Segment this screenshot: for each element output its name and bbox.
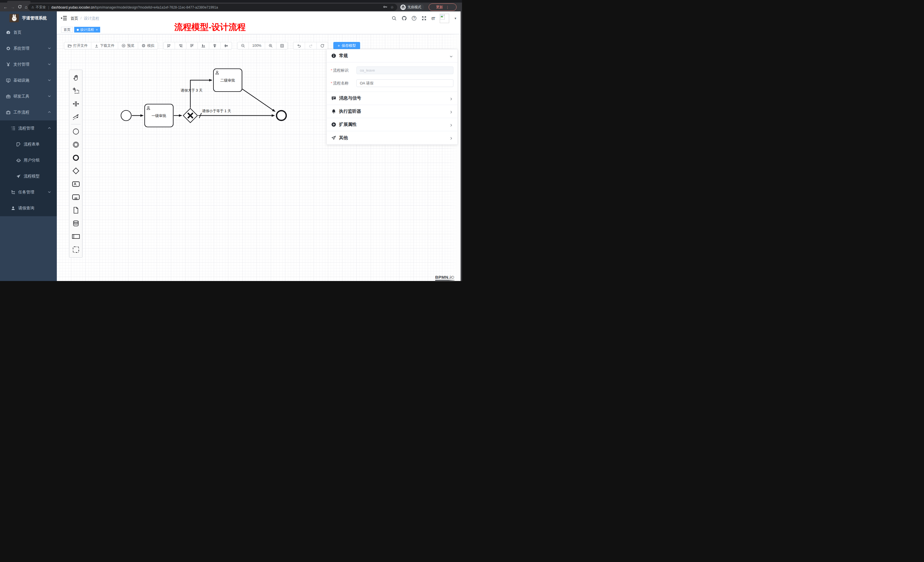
section-title: 常规 <box>339 53 348 59</box>
palette-create-start-event[interactable] <box>69 125 82 138</box>
flow-gateway-to-task2[interactable] <box>190 80 212 108</box>
align-right-button[interactable] <box>175 42 186 49</box>
tab-close-icon[interactable]: × <box>96 28 98 31</box>
logo[interactable]: 芋道管理系统 <box>0 11 57 24</box>
url-separator: | <box>48 5 49 9</box>
url-domain[interactable]: dashboard.yudao.iocoder.cn <box>51 5 94 9</box>
bookmark-star-icon[interactable]: ☆ <box>390 5 394 9</box>
sidebar-item-label: 研发工具 <box>14 94 29 99</box>
bpmn-io-watermark[interactable]: BPMN.iO <box>435 275 454 281</box>
section-extended-attrs[interactable]: 扩展属性 <box>327 118 458 131</box>
zoom-level[interactable]: 100% <box>249 42 265 49</box>
align-center-button[interactable] <box>209 42 220 49</box>
section-message-signal[interactable]: 消息与信号 <box>327 92 458 105</box>
sidebar-item-payment[interactable]: 支付管理 <box>0 57 57 72</box>
refresh-icon <box>320 43 324 48</box>
palette-global-connect-tool[interactable] <box>69 110 82 123</box>
sidebar-item-leave-query[interactable]: 请假查询 <box>0 200 57 216</box>
palette-create-intermediate-event[interactable] <box>69 138 82 151</box>
section-execution-listener[interactable]: 执行监听器 <box>327 105 458 118</box>
sidebar-item-user-group[interactable]: 用户分组 <box>0 152 57 168</box>
reload-icon[interactable] <box>18 4 22 10</box>
tab-home[interactable]: 首页 <box>61 27 73 33</box>
process-name-input[interactable] <box>356 79 453 87</box>
open-file-button[interactable]: 打开文件 <box>64 42 92 49</box>
url-path[interactable]: /bpm/manager/model/design?modelId=e4a1a1… <box>94 5 218 9</box>
sidebar-item-task-mgmt[interactable]: 任务管理 <box>0 184 57 200</box>
sidebar-item-workflow[interactable]: 工作流程 <box>0 104 57 120</box>
align-bottom-button[interactable] <box>198 42 209 49</box>
redo-button[interactable] <box>305 42 317 49</box>
sidebar-item-label: 用户分组 <box>24 158 40 163</box>
zoom-out-button[interactable] <box>237 42 249 49</box>
browser-update-button[interactable]: 更新 ⋮ <box>429 3 457 11</box>
send-icon <box>331 135 336 140</box>
browser-menu-dots-icon[interactable]: ⋮ <box>446 5 450 9</box>
password-key-icon[interactable] <box>383 5 387 10</box>
edge-label-gt3[interactable]: 请假大于 3 天 <box>181 88 202 93</box>
user-task-level1[interactable]: 一级审批 <box>145 104 173 127</box>
font-size-icon[interactable]: tT <box>432 16 435 21</box>
help-icon[interactable]: ? <box>411 16 417 21</box>
undo-icon <box>297 43 302 48</box>
palette-hand-tool[interactable] <box>69 71 82 84</box>
sidebar-item-system[interactable]: 系统管理 <box>0 40 57 57</box>
end-event[interactable] <box>276 111 286 120</box>
palette-create-data-store[interactable] <box>69 217 82 230</box>
browser-chrome: ← → ⌂ ⚠ 不安全 | dashboard.yudao.iocoder.cn… <box>0 0 462 11</box>
dashboard-icon <box>6 30 10 35</box>
sidebar-fold-icon[interactable] <box>61 16 67 21</box>
plus-circle-icon <box>331 122 336 127</box>
sidebar-item-process-model[interactable]: 流程模型 <box>0 168 57 184</box>
align-left-button[interactable] <box>164 42 175 49</box>
palette-create-subprocess[interactable] <box>69 190 82 204</box>
exclusive-gateway[interactable] <box>183 108 198 123</box>
restart-button[interactable] <box>317 42 328 49</box>
zoom-reset-button[interactable] <box>276 42 288 49</box>
search-icon[interactable] <box>392 16 397 21</box>
save-model-button[interactable]: + 保存模型 <box>333 42 360 49</box>
sidebar-item-process-form[interactable]: 流程表单 <box>0 136 57 152</box>
edge-label-le1[interactable]: 请假小于等于 1 天 <box>202 109 231 113</box>
avatar[interactable] <box>440 14 449 23</box>
sidebar-item-home[interactable]: 首页 <box>0 24 57 40</box>
simulate-button[interactable]: 模拟 <box>138 42 158 49</box>
palette-create-user-task[interactable] <box>69 177 82 190</box>
palette-create-exclusive-gateway[interactable] <box>69 164 82 177</box>
github-icon[interactable] <box>402 16 406 21</box>
tab-design-process[interactable]: 设计流程 × <box>74 27 100 33</box>
align-middle-button[interactable] <box>220 42 232 49</box>
gear-icon <box>6 46 10 51</box>
zoom-in-button[interactable] <box>265 42 276 49</box>
start-event[interactable] <box>121 110 131 121</box>
home-icon[interactable]: ⌂ <box>25 4 27 9</box>
avatar-caret-icon[interactable]: ▼ <box>454 17 457 20</box>
chevron-down-icon <box>48 46 51 51</box>
not-secure-label[interactable]: 不安全 <box>36 5 46 10</box>
section-general[interactable]: 常规 <box>327 49 458 63</box>
process-key-input[interactable] <box>356 66 453 74</box>
palette-create-end-event[interactable] <box>69 151 82 164</box>
preview-button[interactable]: 预览 <box>118 42 138 49</box>
url-bar[interactable]: ⚠ 不安全 | dashboard.yudao.iocoder.cn /bpm/… <box>28 4 397 11</box>
palette-create-group[interactable] <box>69 243 82 256</box>
user-task-level2[interactable]: 二级审批 <box>213 69 242 91</box>
tab-label: 首页 <box>64 27 70 32</box>
forward-icon[interactable]: → <box>10 4 15 9</box>
palette-space-tool[interactable] <box>69 97 82 110</box>
download-file-button[interactable]: 下载文件 <box>92 42 118 49</box>
sidebar-item-infra[interactable]: 基础设施 <box>0 72 57 88</box>
breadcrumb-home[interactable]: 首页 <box>70 16 78 21</box>
fullscreen-icon[interactable] <box>422 16 427 21</box>
palette-create-participant[interactable] <box>69 230 82 243</box>
back-icon[interactable]: ← <box>3 4 8 9</box>
flow-task2-to-end[interactable] <box>242 89 275 112</box>
undo-button[interactable] <box>293 42 305 49</box>
palette-create-data-object[interactable] <box>69 204 82 217</box>
align-top-button[interactable] <box>186 42 198 49</box>
section-other[interactable]: 其他 <box>327 131 458 144</box>
sidebar-item-process-mgmt[interactable]: 流程管理 <box>0 120 57 136</box>
bpmn-canvas[interactable]: 打开文件 下载文件 预览 模拟 <box>57 34 462 281</box>
palette-lasso-tool[interactable] <box>69 84 82 97</box>
sidebar-item-devtools[interactable]: 研发工具 <box>0 88 57 104</box>
